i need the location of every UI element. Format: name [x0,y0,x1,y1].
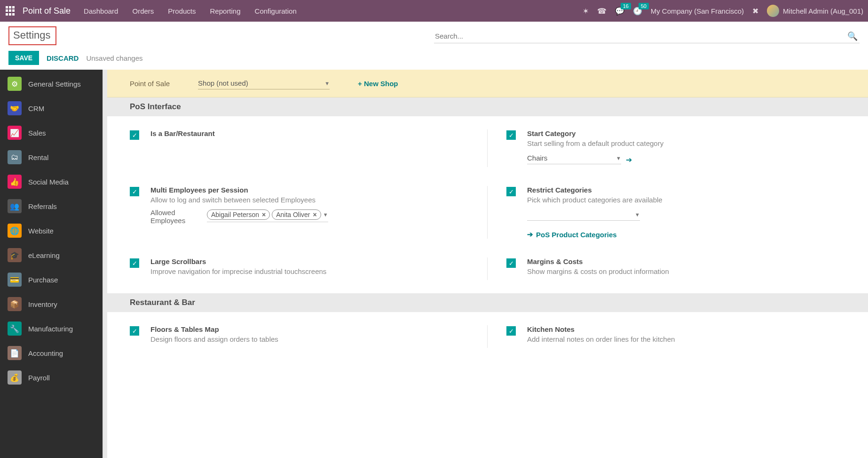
pos-categories-link[interactable]: ➔ PoS Product Categories [527,230,617,239]
sidebar-item-website[interactable]: 🌐Website [0,218,103,243]
pos-shop-select[interactable]: Shop (not used) ▼ [198,77,330,89]
menu-products[interactable]: Products [168,7,196,15]
unsaved-status: Unsaved changes [86,54,142,62]
setting-title: Margins & Costs [527,257,845,265]
sidebar-item-sales[interactable]: 📈Sales [0,121,103,145]
sidebar-item-label: Sales [28,129,46,137]
sidebar-scrollbar[interactable] [103,70,107,458]
checkbox-kitchen-notes[interactable]: ✓ [506,326,516,336]
menu-reporting[interactable]: Reporting [210,7,241,15]
search-icon[interactable]: 🔍 [845,31,860,41]
gear-icon: ⚙ [8,77,22,91]
section-pos-interface: PoS Interface [107,97,868,116]
user-avatar-icon [767,5,779,17]
allowed-employees-label: Allowed Employees [150,209,197,225]
remove-tag-icon[interactable]: × [313,211,317,218]
user-name: Mitchell Admin (Aug_001) [783,7,863,15]
setting-desc: Allow to log and switch between selected… [150,196,468,204]
bug-icon[interactable]: ✶ [583,7,589,16]
settings-content: Point of Sale Shop (not used) ▼ + New Sh… [107,70,868,458]
sidebar-item-crm[interactable]: 🤝CRM [0,96,103,121]
pos-selector-bar: Point of Sale Shop (not used) ▼ + New Sh… [107,70,868,97]
company-selector[interactable]: My Company (San Francisco) [651,7,744,15]
sidebar-item-label: CRM [28,104,44,112]
employee-tag: Anita Oliver× [272,209,321,220]
sidebar-item-label: Purchase [28,276,58,284]
arrow-right-icon: ➔ [527,230,533,239]
user-menu[interactable]: Mitchell Admin (Aug_001) [767,5,863,17]
wrench-icon: 🔧 [8,321,22,336]
checkbox-large-scrollbars[interactable]: ✓ [130,258,139,268]
setting-bar-restaurant: ✓ Is a Bar/Restaurant [130,129,488,167]
start-category-value: Chairs [527,154,547,162]
apps-icon[interactable] [5,5,16,16]
sidebar-item-label: Payroll [28,374,50,382]
sidebar-item-label: eLearning [28,251,60,259]
top-menu: Dashboard Orders Products Reporting Conf… [84,7,297,15]
sidebar-item-general[interactable]: ⚙General Settings [0,72,103,96]
checkbox-floors-tables[interactable]: ✓ [130,326,139,336]
setting-desc: Add internal notes on order lines for th… [527,335,845,343]
chevron-down-icon: ▼ [616,155,621,161]
setting-title: Floors & Tables Map [150,325,468,333]
pos-label: Point of Sale [130,80,170,88]
sidebar-item-purchase[interactable]: 💳Purchase [0,267,103,292]
sidebar-item-label: Website [28,227,54,235]
setting-margins-costs: ✓ Margins & Costs Show margins & costs o… [488,257,845,280]
chevron-down-icon[interactable]: ▼ [323,212,328,217]
allowed-employees-input[interactable]: Abigail Peterson× Anita Oliver× ▼ [207,209,328,222]
search-input[interactable] [434,29,845,43]
menu-config[interactable]: Configuration [255,7,297,15]
app-brand[interactable]: Point of Sale [23,6,71,16]
section-restaurant-bar: Restaurant & Bar [107,293,868,312]
globe-icon: 🌐 [8,224,22,238]
page-title: Settings [8,26,56,45]
checkbox-start-category[interactable]: ✓ [506,130,516,140]
setting-title: Restrict Categories [527,186,845,194]
box-icon: 🗂 [8,150,22,164]
sidebar-item-inventory[interactable]: 📦Inventory [0,292,103,316]
setting-desc: Design floors and assign orders to table… [150,335,468,343]
remove-tag-icon[interactable]: × [262,211,266,218]
save-button[interactable]: SAVE [8,51,39,65]
checkbox-multi-employees[interactable]: ✓ [130,187,139,196]
setting-multi-employees: ✓ Multi Employees per Session Allow to l… [130,186,488,239]
search-box[interactable]: 🔍 [434,29,860,43]
start-category-select[interactable]: Chairs ▼ [527,152,621,164]
pos-shop-value: Shop (not used) [198,79,248,87]
sidebar-item-referrals[interactable]: 👥Referrals [0,194,103,218]
sidebar-item-manufacturing[interactable]: 🔧Manufacturing [0,316,103,341]
setting-desc: Improve navigation for imprecise industr… [150,267,468,275]
sidebar-item-social[interactable]: 👍Social Media [0,169,103,194]
sidebar-item-elearning[interactable]: 🎓eLearning [0,243,103,267]
sidebar-item-label: Manufacturing [28,325,73,333]
discard-button[interactable]: DISCARD [45,51,80,65]
checkbox-bar[interactable]: ✓ [130,130,139,140]
new-shop-link[interactable]: + New Shop [358,80,398,88]
messages-icon[interactable]: 💬16 [615,7,624,16]
menu-dashboard[interactable]: Dashboard [84,7,118,15]
top-navbar: Point of Sale Dashboard Orders Products … [0,0,868,22]
settings-sidebar: ⚙General Settings 🤝CRM 📈Sales 🗂Rental 👍S… [0,70,103,458]
sidebar-item-payroll[interactable]: 💰Payroll [0,365,103,390]
support-icon[interactable]: ☎ [597,7,607,16]
tools-icon[interactable]: ✖ [752,7,758,16]
sidebar-item-accounting[interactable]: 📄Accounting [0,341,103,365]
restrict-categories-select[interactable]: ▼ [527,209,640,221]
checkbox-restrict-categories[interactable]: ✓ [506,187,516,196]
external-link-icon[interactable]: ➔ [626,155,632,164]
money-icon: 💰 [8,370,22,385]
checkbox-margins-costs[interactable]: ✓ [506,258,516,268]
sidebar-item-rental[interactable]: 🗂Rental [0,145,103,169]
thumbs-up-icon: 👍 [8,175,22,189]
sidebar-item-label: Rental [28,153,48,161]
menu-orders[interactable]: Orders [132,7,154,15]
setting-desc: Show margins & costs on product informat… [527,267,845,275]
setting-start-category: ✓ Start Category Start selling from a de… [488,129,845,167]
activities-icon[interactable]: 🕘50 [633,7,642,16]
sidebar-item-label: General Settings [28,80,81,88]
sidebar-item-label: Inventory [28,300,57,308]
activities-badge: 50 [639,3,649,9]
chevron-down-icon: ▼ [635,212,640,217]
setting-floors-tables: ✓ Floors & Tables Map Design floors and … [130,325,488,348]
